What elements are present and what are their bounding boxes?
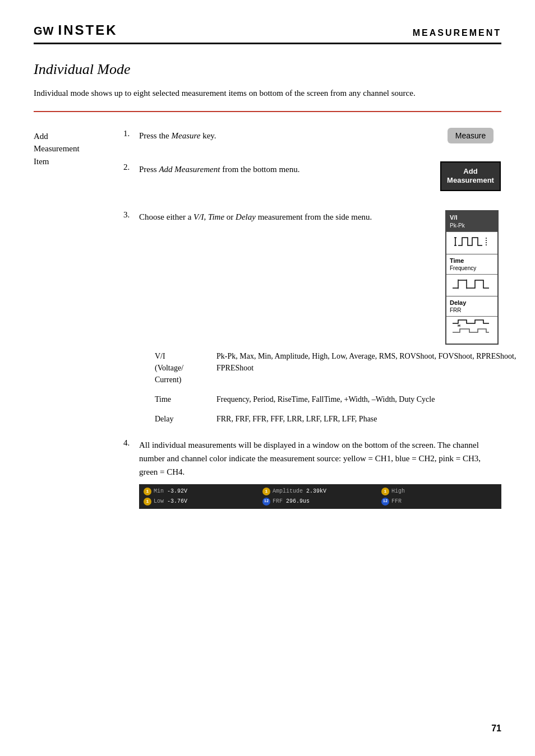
meas-label-frf: FRF bbox=[273, 497, 283, 506]
measurement-label-time: Time bbox=[155, 393, 216, 405]
ch1-badge-high: 1 bbox=[381, 488, 389, 495]
side-menu-vi-sublabel: Pk-Pk bbox=[450, 222, 494, 229]
side-menu-vi-waveform bbox=[446, 232, 497, 255]
step-1-icon-area: Measure bbox=[440, 128, 501, 143]
measurement-display-bar: 1 Min -3.92V 1 Amplitude 2.39kV 1 High bbox=[139, 484, 501, 509]
measurement-table: V/I(Voltage/Current) Pk-Pk, Max, Min, Am… bbox=[155, 350, 517, 425]
add-measurement-line2: Measurement bbox=[447, 176, 494, 184]
step-3-content: Choose either a V/I, Time or Delay measu… bbox=[139, 209, 501, 433]
step-2-text-before: Press bbox=[139, 165, 159, 174]
side-menu-widget: V/I Pk-Pk bbox=[445, 210, 499, 345]
side-menu-item-delay[interactable]: Delay FRR bbox=[446, 296, 497, 317]
step-2: 2. Press Add Measurement from the bottom… bbox=[123, 161, 501, 192]
step-1-text-after: key. bbox=[200, 131, 216, 140]
step-3-wrap: Choose either a V/I, Time or Delay measu… bbox=[139, 210, 501, 345]
section-divider bbox=[34, 111, 501, 112]
side-menu-delay-waveform bbox=[446, 317, 497, 344]
step-3-text: Choose either a V/I, Time or Delay measu… bbox=[139, 210, 440, 345]
step-2-text-after: from the bottom menu. bbox=[220, 165, 299, 174]
meas-value-amplitude: 2.39kV bbox=[306, 487, 326, 496]
steps-area: 1. Press the Measure key. Measure 2. Pre… bbox=[123, 128, 501, 527]
step-4-content: All individual measurements will be disp… bbox=[139, 437, 501, 509]
step-3-text-before: Choose either a bbox=[139, 212, 193, 221]
delay-waveform-svg bbox=[450, 318, 492, 339]
ch1-badge-min: 1 bbox=[144, 488, 151, 495]
meas-label-high: High bbox=[391, 487, 405, 496]
meas-cell-min: 1 Min -3.92V bbox=[144, 487, 259, 496]
measurement-row-vi: V/I(Voltage/Current) Pk-Pk, Max, Min, Am… bbox=[155, 350, 517, 386]
logo: GW INSTEK bbox=[34, 22, 118, 38]
side-menu-time-label: Time bbox=[450, 257, 494, 265]
ch12-badge-frf: 12 bbox=[262, 498, 270, 505]
meas-cell-low: 1 Low -3.76V bbox=[144, 497, 259, 506]
ch1-badge-amplitude: 1 bbox=[262, 488, 270, 495]
section-description: Individual mode shows up to eight select… bbox=[34, 87, 501, 100]
ch12-badge-ffr: 12 bbox=[381, 498, 389, 505]
measurement-value-vi: Pk-Pk, Max, Min, Amplitude, High, Low, A… bbox=[216, 350, 517, 386]
step-3-number: 3. bbox=[123, 209, 139, 220]
step-2-content: Press Add Measurement from the bottom me… bbox=[139, 161, 440, 176]
step-2-italic: Add Measurement bbox=[159, 165, 220, 174]
step-4-number: 4. bbox=[123, 437, 139, 448]
meas-cell-ffr: 12 FFR bbox=[381, 497, 497, 506]
step-1-content: Press the Measure key. bbox=[139, 128, 440, 142]
meas-label-low: Low bbox=[154, 497, 164, 506]
measurement-value-time: Frequency, Period, RiseTime, FallTime, +… bbox=[216, 393, 517, 405]
measurement-row-delay: Delay FRR, FRF, FFR, FFF, LRR, LRF, LFR,… bbox=[155, 413, 517, 425]
meas-label-ffr: FFR bbox=[391, 497, 402, 506]
header-section-title: MEASUREMENT bbox=[413, 28, 501, 38]
vi-waveform-svg bbox=[450, 233, 492, 250]
step-1-italic: Measure bbox=[172, 131, 201, 140]
left-label-line3: Item bbox=[34, 157, 49, 166]
step-3-italic3: Delay bbox=[236, 212, 256, 221]
step-2-icon-area: Add Measurement bbox=[440, 161, 501, 192]
meas-value-frf: 296.9us bbox=[286, 497, 310, 506]
meas-cell-frf: 12 FRF 296.9us bbox=[262, 497, 378, 506]
left-label: Add Measurement Item bbox=[34, 128, 123, 527]
side-menu-delay-sublabel: FRR bbox=[450, 307, 494, 314]
measurement-label-delay: Delay bbox=[155, 413, 216, 425]
section-title: Individual Mode bbox=[34, 61, 501, 78]
page: GW INSTEK MEASUREMENT Individual Mode In… bbox=[0, 0, 535, 756]
step-3-italic2: Time bbox=[208, 212, 224, 221]
side-menu-time-sublabel: Frequency bbox=[450, 265, 494, 272]
meas-label-amplitude: Amplitude bbox=[273, 487, 303, 496]
page-number: 71 bbox=[491, 723, 501, 734]
meas-value-low: -3.76V bbox=[167, 497, 187, 506]
meas-label-min: Min bbox=[154, 487, 164, 496]
step-4: 4. All individual measurements will be d… bbox=[123, 437, 501, 509]
step-1-text-before: Press the bbox=[139, 131, 172, 140]
add-measurement-line1: Add bbox=[463, 167, 477, 175]
time-waveform-svg bbox=[450, 276, 492, 291]
side-menu-item-vi[interactable]: V/I Pk-Pk bbox=[446, 211, 497, 231]
meas-value-min: -3.92V bbox=[167, 487, 187, 496]
meas-cell-high: 1 High bbox=[381, 487, 497, 496]
side-menu-delay-label: Delay bbox=[450, 299, 494, 307]
meas-cell-amplitude: 1 Amplitude 2.39kV bbox=[262, 487, 378, 496]
side-menu-item-time[interactable]: Time Frequency bbox=[446, 254, 497, 275]
step-3-text-mid2: or bbox=[224, 212, 236, 221]
step-1: 1. Press the Measure key. Measure bbox=[123, 128, 501, 143]
add-measurement-button[interactable]: Add Measurement bbox=[440, 161, 501, 192]
step-3-text-mid1: , bbox=[204, 212, 208, 221]
step-3: 3. Choose either a V/I, Time or Delay me… bbox=[123, 209, 501, 433]
step-1-number: 1. bbox=[123, 128, 139, 138]
measure-button[interactable]: Measure bbox=[448, 128, 494, 143]
ch1-badge-low: 1 bbox=[144, 498, 151, 505]
measurement-label-vi: V/I(Voltage/Current) bbox=[155, 350, 216, 386]
measurement-value-delay: FRR, FRF, FFR, FFF, LRR, LRF, LFR, LFF, … bbox=[216, 413, 517, 425]
left-label-line2: Measurement bbox=[34, 144, 80, 153]
step-2-number: 2. bbox=[123, 161, 139, 172]
side-menu-time-waveform bbox=[446, 275, 497, 296]
page-header: GW INSTEK MEASUREMENT bbox=[34, 22, 501, 44]
measurement-row-time: Time Frequency, Period, RiseTime, FallTi… bbox=[155, 393, 517, 405]
step-3-text-after: measurement from the side menu. bbox=[256, 212, 372, 221]
side-menu-vi-label: V/I bbox=[450, 214, 494, 221]
step-3-side-menu: V/I Pk-Pk bbox=[445, 210, 501, 345]
content-area: Add Measurement Item 1. Press the Measur… bbox=[34, 128, 501, 527]
step-3-italic1: V/I bbox=[193, 212, 204, 221]
step-4-text: All individual measurements will be disp… bbox=[139, 440, 481, 476]
left-label-line1: Add bbox=[34, 132, 48, 141]
